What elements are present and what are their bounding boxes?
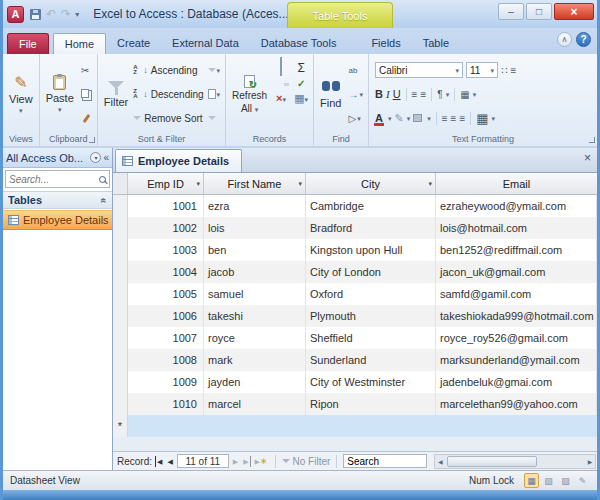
filter-button[interactable]: Filter — [100, 56, 132, 132]
increase-indent-icon[interactable]: ≡ — [420, 89, 426, 100]
delete-record-button[interactable]: ×▾ — [276, 88, 286, 106]
paste-button[interactable]: Paste ▾ — [42, 56, 78, 132]
column-header-first-name[interactable]: First Name▾ — [204, 173, 306, 194]
cell-emp-id[interactable]: 1008 — [128, 349, 204, 371]
row-selector[interactable] — [113, 305, 128, 327]
remove-sort-button[interactable]: Remove Sort — [133, 111, 203, 126]
cell-first-name[interactable]: lois — [204, 217, 306, 239]
cell-emp-id[interactable]: 1002 — [128, 217, 204, 239]
close-document-icon[interactable]: × — [584, 152, 591, 164]
tables-section-header[interactable]: Tables « — [3, 191, 112, 209]
row-selector[interactable] — [113, 327, 128, 349]
new-blank-record-button[interactable]: ▶∗ — [254, 455, 269, 468]
more-button[interactable]: ▦▾ — [294, 88, 308, 106]
qat-dropdown-icon[interactable]: ▾ — [75, 10, 79, 19]
align-left-icon[interactable]: ≡ — [442, 113, 448, 124]
goto-button[interactable]: →▾ — [347, 87, 366, 102]
cell-first-name[interactable]: samuel — [204, 283, 306, 305]
row-selector[interactable] — [113, 261, 128, 283]
cell-email[interactable]: samfd@gamil.com — [436, 283, 597, 305]
font-name-combo[interactable]: Calibri▾ — [375, 62, 463, 78]
nav-item-employee-details[interactable]: Employee Details — [3, 210, 112, 230]
cell-email[interactable]: ezraheywood@ymail.com — [436, 195, 597, 217]
cell-emp-id[interactable]: 1003 — [128, 239, 204, 261]
refresh-all-button[interactable]: ↻ Refresh All ▾ — [228, 56, 271, 132]
redo-icon[interactable]: ↷ — [61, 8, 71, 20]
scrollbar-thumb[interactable] — [447, 456, 537, 467]
last-record-button[interactable]: ▶ — [242, 456, 250, 467]
previous-record-button[interactable]: ◀ — [166, 456, 173, 467]
cell-email[interactable]: royce_roy526@gmail.com — [436, 327, 597, 349]
gridlines-icon[interactable]: ▦ — [460, 89, 469, 100]
view-button[interactable]: ✎ View ▾ — [5, 56, 37, 132]
cell-city[interactable]: Bradford — [306, 217, 436, 239]
font-size-combo[interactable]: 11▾ — [466, 62, 498, 78]
emp-id-filter-icon[interactable]: ▾ — [196, 180, 200, 187]
cell-emp-id[interactable]: 1006 — [128, 305, 204, 327]
column-header-emp-id[interactable]: Emp ID▾ — [128, 173, 204, 194]
cell-email[interactable]: jadenbeluk@gmai.com — [436, 371, 597, 393]
cell-city[interactable]: Sheffield — [306, 327, 436, 349]
cell-emp-id[interactable]: 1010 — [128, 393, 204, 415]
cell-email[interactable]: takeshiokada999@hotmail.com — [436, 305, 597, 327]
cell-first-name[interactable]: royce — [204, 327, 306, 349]
row-selector[interactable] — [113, 393, 128, 415]
cut-button[interactable]: ✂ — [79, 63, 94, 78]
cell-first-name[interactable]: ben — [204, 239, 306, 261]
text-direction-icon[interactable]: ¶ — [437, 89, 442, 100]
italic-button[interactable]: I — [386, 88, 390, 100]
cell-emp-id[interactable]: 1001 — [128, 195, 204, 217]
align-right-icon[interactable]: ≡ — [459, 113, 465, 124]
first-name-filter-icon[interactable]: ▾ — [298, 180, 302, 187]
nav-search-box[interactable] — [5, 170, 110, 188]
design-view-button[interactable]: ✎ — [575, 473, 590, 488]
shutter-close-icon[interactable]: « — [103, 152, 109, 163]
close-button[interactable]: × — [554, 3, 594, 20]
row-selector[interactable] — [113, 239, 128, 261]
cell-city[interactable]: Cambridge — [306, 195, 436, 217]
ascending-button[interactable]: AZ ↓ Ascending — [133, 63, 203, 78]
cell-emp-id[interactable]: 1007 — [128, 327, 204, 349]
first-record-button[interactable]: ◀ — [155, 456, 163, 467]
new-record-row[interactable]: * — [113, 415, 597, 437]
pivottable-view-button[interactable]: ▧ — [541, 473, 556, 488]
column-header-email[interactable]: Email — [436, 173, 597, 194]
cell-city[interactable]: City of London — [306, 261, 436, 283]
cell-emp-id[interactable]: 1009 — [128, 371, 204, 393]
find-button[interactable]: Find — [316, 56, 345, 132]
cell-city[interactable]: Kingston upon Hull — [306, 239, 436, 261]
cell-first-name[interactable]: takeshi — [204, 305, 306, 327]
datasheet-view-button[interactable]: ▦ — [524, 473, 539, 488]
underline-button[interactable]: U — [393, 88, 401, 100]
access-app-icon[interactable]: A — [7, 6, 24, 23]
row-selector[interactable] — [113, 349, 128, 371]
cell-email[interactable]: ben1252@rediffmail.com — [436, 239, 597, 261]
minimize-button[interactable]: – — [498, 3, 524, 20]
tab-table[interactable]: Table — [412, 33, 460, 54]
cell-city[interactable]: Ripon — [306, 393, 436, 415]
record-position[interactable]: 11 of 11 — [177, 454, 229, 468]
document-tab-employee-details[interactable]: Employee Details — [115, 149, 242, 172]
copy-button[interactable] — [79, 87, 94, 102]
numbering-icon[interactable]: ∷ — [501, 65, 507, 76]
row-selector[interactable] — [113, 217, 128, 239]
datasheet-corner-cell[interactable] — [113, 173, 128, 194]
city-filter-icon[interactable]: ▾ — [428, 180, 432, 187]
row-selector[interactable] — [113, 283, 128, 305]
new-record-button[interactable] — [280, 58, 282, 76]
new-record-marker[interactable]: * — [113, 415, 128, 437]
align-center-icon[interactable]: ≡ — [451, 113, 457, 124]
cell-city[interactable]: Plymouth — [306, 305, 436, 327]
nav-pane-menu-icon[interactable]: ▾ — [90, 152, 101, 163]
replace-button[interactable]: ab — [347, 63, 366, 78]
tab-create[interactable]: Create — [106, 33, 161, 54]
descending-button[interactable]: ZA ↓ Descending — [133, 87, 203, 102]
row-selector[interactable] — [113, 195, 128, 217]
horizontal-scrollbar[interactable]: ◀ ▶ — [434, 454, 596, 469]
toggle-filter-button[interactable] — [206, 111, 223, 126]
decrease-indent-icon[interactable]: ≡ — [412, 89, 418, 100]
pivotchart-view-button[interactable]: ▨ — [558, 473, 573, 488]
select-button[interactable]: ▷▾ — [347, 111, 366, 126]
clipboard-dialog-launcher[interactable] — [89, 137, 95, 143]
tab-database-tools[interactable]: Database Tools — [250, 33, 348, 54]
